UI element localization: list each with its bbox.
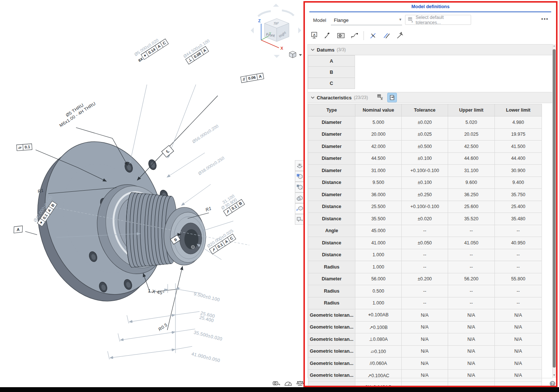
value-cell[interactable]: 0.500 (355, 285, 402, 297)
value-cell[interactable]: N/A (402, 345, 448, 358)
value-cell[interactable]: 9.400 (495, 177, 542, 189)
table-row[interactable]: Radius1.000------ (308, 261, 542, 273)
value-cell[interactable]: -- (495, 285, 542, 297)
type-cell[interactable]: Diameter (308, 141, 355, 153)
value-cell[interactable]: -- (495, 297, 542, 309)
geometric-tolerance-button[interactable] (336, 30, 346, 41)
value-cell[interactable]: N/A (402, 309, 448, 322)
table-row[interactable]: Radius1.000------ (308, 297, 542, 309)
value-cell[interactable]: 25.400 (495, 201, 542, 213)
table-row[interactable]: Distance1.000------ (308, 249, 542, 261)
table-row[interactable]: Geometric toleran...↗0.100ACN/AN/AN/A (308, 369, 542, 382)
datum-row-b[interactable]: B (308, 66, 355, 78)
characteristics-table[interactable]: Type Nominal value Tolerance Upper limit… (308, 104, 542, 392)
value-cell[interactable]: N/A (495, 358, 542, 370)
table-row[interactable]: Angle45.000------ (308, 225, 542, 237)
display-style-button[interactable] (295, 182, 305, 192)
value-cell[interactable]: ±0.025 (402, 128, 448, 141)
value-cell[interactable]: ±0.020 (402, 213, 448, 225)
value-cell[interactable]: 44.500 (355, 152, 402, 165)
view-orientation-button[interactable] (295, 171, 305, 182)
value-cell[interactable]: -- (402, 261, 448, 273)
value-cell[interactable]: N/A (448, 321, 495, 333)
auto-tolerance-icon-button[interactable]: ± (376, 93, 385, 102)
value-cell[interactable]: N/A (402, 321, 448, 333)
type-cell[interactable]: Diameter (308, 165, 355, 177)
leader-note-button[interactable] (349, 30, 359, 41)
select-default-tolerances-button[interactable]: ± Select default tolerances... (405, 15, 471, 25)
value-cell[interactable]: 55.800 (495, 273, 542, 285)
explode-view-button[interactable] (295, 203, 305, 214)
value-cell[interactable]: 35.480 (495, 213, 542, 225)
table-row[interactable]: Geometric toleran...⊥0.080AN/AN/AN/A (308, 333, 542, 346)
value-cell[interactable]: 44.600 (448, 152, 495, 165)
value-cell[interactable]: -- (495, 225, 542, 237)
type-cell[interactable]: Distance (308, 249, 355, 261)
datum-a-flag[interactable]: A (13, 225, 23, 233)
value-cell[interactable]: ±0.020 (402, 116, 448, 129)
value-cell[interactable]: N/A (402, 369, 448, 382)
value-cell[interactable]: -- (495, 261, 542, 273)
type-cell[interactable]: Radius (308, 285, 355, 297)
value-cell[interactable]: N/A (402, 358, 448, 370)
value-cell[interactable]: N/A (448, 333, 495, 346)
value-cell[interactable]: 36.250 (448, 189, 495, 201)
value-cell[interactable]: 35.520 (448, 213, 495, 225)
value-cell[interactable]: ±0.200 (402, 273, 448, 285)
table-row[interactable]: Diameter56.000±0.20056.20055.800 (308, 273, 542, 285)
extract-characteristics-button[interactable] (387, 93, 397, 102)
type-cell[interactable]: Distance (308, 177, 355, 189)
value-cell[interactable]: 41.050 (448, 237, 495, 249)
front-cylinder[interactable] (164, 207, 206, 265)
type-cell[interactable]: Diameter (308, 152, 355, 165)
intersection-measure-button[interactable] (368, 30, 378, 41)
scrollbar-down-arrow[interactable]: ▼ (552, 373, 556, 377)
type-cell[interactable]: Geometric toleran... (308, 321, 355, 333)
value-cell[interactable]: 31.000 (355, 165, 402, 177)
value-cell[interactable]: ⊥0.080A (355, 333, 402, 346)
type-cell[interactable]: Diameter (308, 116, 355, 129)
value-cell[interactable]: N/A (448, 345, 495, 358)
value-cell[interactable]: N/A (495, 345, 542, 358)
scrollbar-up-arrow[interactable]: ▲ (552, 44, 556, 47)
table-row[interactable]: Geometric toleran...↗0.100BN/AN/AN/A (308, 321, 542, 333)
table-row[interactable]: Geometric toleran...//0.060AN/AN/AN/A (308, 358, 542, 370)
value-cell[interactable]: -- (402, 225, 448, 237)
value-cell[interactable]: N/A (402, 333, 448, 346)
characteristics-section-header[interactable]: Characteristics (23/23) ± (308, 92, 553, 103)
value-cell[interactable]: 31.100 (448, 165, 495, 177)
value-cell[interactable]: ±0.100 (402, 177, 448, 189)
value-cell[interactable]: 4.980 (495, 116, 542, 129)
datum-row-c[interactable]: C (308, 78, 355, 89)
type-cell[interactable]: Radius (308, 261, 355, 273)
table-row[interactable]: Distance25.500+0.100/-0.10025.60025.400 (308, 201, 542, 213)
value-cell[interactable]: ▱0.100 (355, 345, 402, 358)
value-cell[interactable]: -- (402, 249, 448, 261)
value-cell[interactable]: N/A (495, 321, 542, 333)
note-annotation-button[interactable]: A (309, 30, 319, 41)
annotation-views-button[interactable] (295, 214, 305, 225)
table-row[interactable]: Geometric toleran...▱0.100N/AN/AN/A (308, 345, 542, 358)
value-cell[interactable]: +0.100/-0.100 (402, 165, 448, 177)
table-row[interactable]: Diameter5.000±0.0205.0204.980 (308, 116, 542, 129)
type-cell[interactable]: Diameter (308, 128, 355, 141)
dimension-leader-button[interactable] (323, 30, 332, 41)
type-cell[interactable]: Geometric toleran... (308, 345, 355, 358)
type-cell[interactable]: Distance (308, 201, 355, 213)
flatness-fcf[interactable]: ▱0.1 (16, 144, 32, 151)
value-cell[interactable]: ±0.250 (402, 189, 448, 201)
value-cell[interactable]: 25.600 (448, 201, 495, 213)
table-row[interactable]: Diameter42.000±0.50042.50041.500 (308, 141, 542, 153)
mass-properties-icon[interactable] (295, 380, 305, 387)
datum-row-a[interactable]: A (308, 55, 355, 67)
cad-viewport[interactable]: ℄ B Ø5 THRU M6x1.00 - 4H THRU Ø5.000±0.0… (0, 0, 304, 387)
tape-measure-icon[interactable] (272, 380, 281, 387)
table-row[interactable]: Geometric toleran...⌖0.100ABN/AN/AN/A (308, 309, 542, 322)
value-cell[interactable]: 42.500 (448, 141, 495, 153)
type-cell[interactable]: Angle (308, 225, 355, 237)
value-cell[interactable]: //0.060A (355, 358, 402, 370)
value-cell[interactable]: N/A (448, 309, 495, 322)
table-row[interactable]: Diameter44.500±0.10044.60044.400 (308, 152, 542, 165)
value-cell[interactable]: 56.200 (448, 273, 495, 285)
type-cell[interactable]: Geometric toleran... (308, 358, 355, 370)
